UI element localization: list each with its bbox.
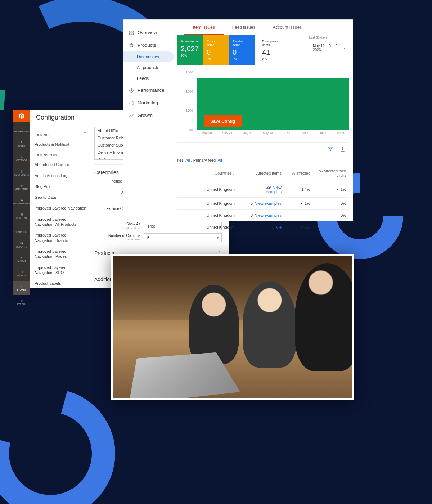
bar-chart-icon: ▮▮: [20, 242, 23, 245]
sidebar-item-growth[interactable]: Growth: [123, 109, 177, 122]
menu-section-header: EXTENSI: [35, 130, 87, 139]
table-row: United Kingdom 1 Vie < 1%: [177, 221, 349, 233]
team-photo: [113, 256, 352, 398]
table-row: United Kingdom 3 View examples 0%: [177, 210, 349, 221]
megaphone-icon: 📣: [20, 184, 23, 187]
active-items-chart: 2400 1800 1200 600 May 20 May 23 May 26 …: [184, 72, 349, 137]
columns-select[interactable]: 5: [144, 233, 222, 242]
stat-expiring-items[interactable]: Expiring items 0 0%: [203, 35, 229, 65]
diamond-icon: ◆: [21, 199, 23, 202]
nav-reports[interactable]: ▮▮REPORTS: [13, 238, 30, 252]
field-label: Show As[store view]: [94, 222, 140, 230]
issues-table: Countries ↓ Affected Items % affected % …: [177, 165, 349, 233]
menu-item[interactable]: Improved Layered Navigation: All Product…: [35, 214, 87, 230]
menu-item[interactable]: Improved Layered Navigation: SEO: [35, 262, 87, 278]
nav-jajuma[interactable]: ✦JAJUMA: [13, 252, 30, 266]
chevron-down-icon: [343, 46, 345, 50]
collapse-icon[interactable]: [83, 131, 89, 137]
config-left-menu: EXTENSI Products & Notificat EXTENSIONS …: [30, 127, 91, 288]
sidebar-item-marketing[interactable]: Marketing: [123, 96, 177, 109]
nav-plumrocket[interactable]: ↑PLUMROCKET: [13, 223, 30, 238]
tab-account-issues[interactable]: Account issues: [264, 20, 310, 35]
view-examples-link[interactable]: Vie: [276, 225, 282, 229]
date-range-picker: Last 30 days May 11 – Jun 9, 2023: [309, 36, 349, 55]
filter-icon[interactable]: [328, 146, 333, 152]
page-icon: ▦: [21, 213, 23, 216]
menu-item[interactable]: Geo Ip Data: [35, 192, 87, 203]
gm-sidebar: Overview Products Diagnostics All produc…: [123, 20, 177, 221]
table-toolbar: [177, 142, 349, 156]
sidebar-item-products[interactable]: Products: [123, 39, 177, 51]
dashboard-icon: ⬚: [21, 127, 23, 130]
magento-logo[interactable]: [13, 110, 30, 122]
table-header: Countries ↓ Affected Items % affected % …: [177, 165, 349, 181]
person-figure: [243, 281, 297, 368]
tab-feed-issues[interactable]: Feed issues: [224, 20, 264, 35]
nav-customers[interactable]: 👤CUSTOMERS: [13, 166, 30, 180]
chevron-down-icon: [217, 235, 219, 240]
save-config-button[interactable]: Save Config: [204, 115, 242, 127]
svg-rect-0: [130, 31, 131, 32]
nav-content[interactable]: ▦CONTENT: [13, 209, 30, 223]
nav-catalog[interactable]: ◈CATALOG: [13, 151, 30, 166]
stat-disapproved-items[interactable]: Disapproved items 41 2%: [255, 35, 291, 65]
svg-rect-1: [132, 31, 133, 32]
photo-card: [111, 254, 354, 400]
menu-item[interactable]: Blog Pro: [35, 181, 87, 192]
date-range-select[interactable]: May 11 – Jun 9, 2023: [309, 41, 349, 55]
sidebar-item-performance[interactable]: Performance: [123, 84, 177, 96]
view-examples-link[interactable]: View examples: [255, 213, 282, 217]
feed-filter-link[interactable]: All: [185, 158, 190, 162]
menu-item[interactable]: Improved Layered Navigation: Brands: [35, 230, 87, 246]
growth-icon: [129, 113, 134, 118]
gear-icon: ⚙: [21, 300, 23, 302]
person-icon: 👤: [20, 170, 23, 173]
nav-amasty[interactable]: ⬡AMASTY: [13, 266, 30, 281]
nav-sales[interactable]: $SALES: [13, 137, 30, 151]
gm-tabs: Item issues Feed issues Account issues: [177, 20, 353, 35]
hex-icon: ⬡: [21, 271, 23, 274]
page-title: Configuration: [36, 114, 75, 121]
menu-item[interactable]: Admin Actions Log: [35, 170, 87, 181]
menu-item[interactable]: Products & Notificat: [35, 139, 87, 150]
performance-icon: [129, 88, 134, 93]
overview-icon: [129, 30, 134, 35]
nav-magedelight[interactable]: ◆MAGEDELIGHT: [13, 194, 30, 209]
download-icon[interactable]: [340, 146, 346, 152]
stat-pending-items[interactable]: Pending items 0 0%: [229, 35, 255, 65]
person-figure: [295, 263, 354, 371]
nav-system[interactable]: ⚙SYSTEM: [13, 295, 30, 310]
sidebar-sub-diagnostics[interactable]: Diagnostics: [123, 51, 174, 62]
feed-filter-link[interactable]: All: [218, 158, 222, 162]
tag-icon: ◈: [21, 156, 23, 158]
menu-item[interactable]: Product Labels: [35, 278, 87, 288]
menu-item[interactable]: Improved Layered Navigation: [35, 203, 87, 213]
person-figure: [189, 285, 239, 364]
sidebar-sub-feeds[interactable]: Feeds: [123, 73, 177, 84]
svg-rect-3: [132, 33, 133, 35]
marketing-icon: [129, 100, 134, 105]
dollar-icon: $: [21, 141, 22, 144]
sidebar-item-overview[interactable]: Overview: [123, 26, 177, 39]
y-axis: 2400 1800 1200 600: [184, 72, 195, 130]
menu-item[interactable]: Abandoned Cart Email: [35, 159, 87, 170]
field-label: Number of Columns[store view]: [94, 234, 140, 242]
view-examples-link[interactable]: View examples: [255, 201, 282, 206]
col-country[interactable]: Countries ↓: [180, 171, 249, 175]
menu-section-header: EXTENSIONS: [35, 150, 87, 159]
feed-filter-text: ries: All . Primary feed: All: [177, 158, 222, 162]
nav-marketing[interactable]: 📣MARKETING: [13, 180, 30, 194]
sort-icon: ↓: [233, 171, 235, 175]
store-icon: ⌂: [21, 285, 22, 288]
svg-rect-2: [130, 33, 131, 35]
tab-item-issues[interactable]: Item issues: [184, 20, 224, 35]
table-row: United Kingdom 5 View examples < 1% 0%: [177, 198, 349, 210]
nav-dashboard[interactable]: ⬚DASHBOARD: [13, 122, 30, 137]
rocket-icon: ↑: [21, 228, 22, 230]
table-row: United Kingdom 29 View examples 1.4% < 1…: [177, 181, 349, 198]
stat-active-items[interactable]: Active items 2,027 98%: [177, 35, 203, 65]
sidebar-sub-all-products[interactable]: All products: [123, 62, 177, 73]
menu-item[interactable]: Improved Layered Navigation: Pages: [35, 246, 87, 262]
nav-stores[interactable]: ⌂STORES: [13, 281, 30, 295]
x-axis: May 20 May 23 May 26 May 29 Jun 1 Jun 4 …: [197, 131, 349, 137]
